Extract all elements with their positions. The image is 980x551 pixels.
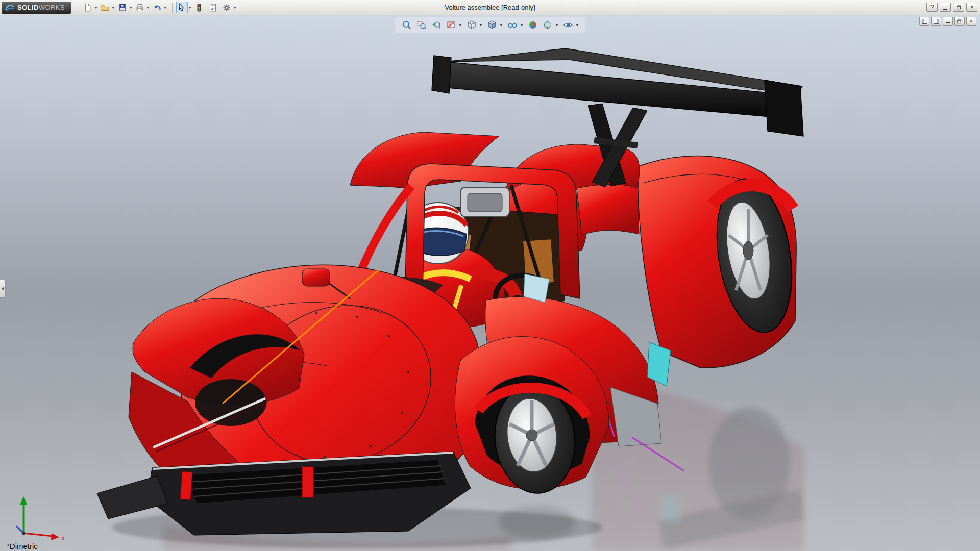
- document-title: Voiture assemblee [Read-only]: [445, 4, 535, 11]
- undo-icon: [153, 3, 162, 12]
- undo-flyout-arrow[interactable]: [164, 7, 167, 9]
- open-flyout-arrow[interactable]: [112, 7, 115, 9]
- apply-scene-icon: [543, 20, 553, 30]
- display-style-flyout-arrow[interactable]: [500, 24, 503, 26]
- document-restore-button[interactable]: [954, 17, 965, 26]
- pane-toggle-right-button[interactable]: [931, 17, 941, 26]
- heads-up-view-toolbar: [395, 17, 585, 33]
- open-button[interactable]: [100, 2, 111, 13]
- display-style-icon: [487, 20, 497, 30]
- toolbar-separator: [172, 3, 173, 13]
- new-document-button[interactable]: [82, 2, 94, 13]
- edit-appearance-icon: [528, 20, 538, 30]
- featuremanager-collapse-tab[interactable]: [0, 280, 6, 298]
- close-button[interactable]: ×: [966, 3, 977, 12]
- select-flyout-arrow[interactable]: [188, 7, 191, 9]
- view-settings-button[interactable]: [561, 18, 575, 32]
- apply-scene-button[interactable]: [541, 18, 554, 32]
- restore-button[interactable]: [953, 3, 964, 12]
- hide-show-items-flyout-arrow[interactable]: [520, 24, 523, 26]
- pane-toggle-left-button[interactable]: [919, 17, 929, 26]
- document-minimize-button[interactable]: [943, 17, 953, 26]
- restore-icon: [957, 5, 961, 10]
- previous-view-button[interactable]: [429, 18, 443, 32]
- options-icon: [222, 3, 231, 12]
- chevron-left-icon: [2, 287, 4, 291]
- section-view-icon: [446, 20, 456, 30]
- solidworks-logo: SOLIDWORKS: [2, 2, 71, 14]
- view-orientation-flyout-arrow[interactable]: [479, 24, 482, 26]
- car-3d-model[interactable]: [0, 15, 980, 551]
- application-titlebar: SOLIDWORKS: [0, 0, 980, 15]
- help-button[interactable]: ?: [926, 3, 938, 12]
- pane-toggle-right-icon: [934, 19, 939, 24]
- solidworks-logo-icon: [5, 4, 15, 12]
- save-icon: [118, 3, 127, 12]
- windscreen-vent[interactable]: [460, 187, 509, 217]
- x-axis-arrow: [51, 533, 59, 540]
- edit-appearance-button[interactable]: [526, 18, 540, 32]
- new-flyout-arrow[interactable]: [94, 7, 97, 9]
- brand-name: SOLIDWORKS: [17, 4, 65, 11]
- document-window-controls: ×: [919, 17, 976, 26]
- select-tool-button[interactable]: [176, 2, 188, 13]
- quick-access-toolbar: [82, 2, 238, 13]
- minimize-icon: [945, 19, 950, 23]
- y-axis-arrow: [20, 496, 27, 505]
- view-settings-flyout-arrow[interactable]: [576, 24, 579, 26]
- zoom-to-fit-icon: [402, 20, 412, 30]
- hide-show-items-icon: [507, 20, 518, 30]
- options-flyout-arrow[interactable]: [233, 7, 236, 9]
- print-icon: [135, 3, 144, 12]
- open-icon: [101, 3, 110, 12]
- zoom-to-area-icon: [416, 20, 427, 30]
- view-orientation-icon: [467, 20, 477, 30]
- reference-triad: x: [4, 488, 70, 542]
- restore-icon: [957, 19, 963, 24]
- new-document-icon: [83, 3, 92, 12]
- previous-view-icon: [431, 20, 442, 30]
- document-close-button[interactable]: ×: [966, 17, 976, 26]
- rebuild-button[interactable]: [193, 2, 205, 13]
- options-button[interactable]: [221, 2, 233, 13]
- view-orientation-label: *Dimetric: [7, 542, 38, 550]
- print-button[interactable]: [134, 2, 146, 13]
- minimize-button[interactable]: [940, 3, 951, 12]
- file-properties-icon: [208, 3, 217, 12]
- zoom-to-area-button[interactable]: [414, 18, 428, 32]
- display-style-button[interactable]: [485, 18, 499, 32]
- save-flyout-arrow[interactable]: [129, 7, 132, 9]
- apply-scene-flyout-arrow[interactable]: [555, 24, 558, 26]
- zoom-to-fit-button[interactable]: [400, 18, 413, 32]
- undo-button[interactable]: [152, 2, 163, 13]
- viewport[interactable]: × x *Dimetric: [0, 15, 980, 551]
- rebuild-icon: [194, 3, 204, 12]
- pane-toggle-left-icon: [922, 19, 927, 24]
- rear-wing[interactable]: [432, 48, 803, 136]
- file-properties-button[interactable]: [207, 2, 219, 13]
- section-view-flyout-arrow[interactable]: [459, 24, 462, 26]
- section-view-button[interactable]: [444, 18, 458, 32]
- print-flyout-arrow[interactable]: [146, 7, 150, 9]
- view-settings-icon: [563, 20, 573, 30]
- select-arrow-icon: [177, 3, 186, 12]
- save-button[interactable]: [117, 2, 129, 13]
- view-orientation-button[interactable]: [464, 18, 478, 32]
- x-axis-label: x: [61, 534, 65, 542]
- minimize-icon: [943, 9, 947, 10]
- hide-show-items-button[interactable]: [505, 18, 519, 32]
